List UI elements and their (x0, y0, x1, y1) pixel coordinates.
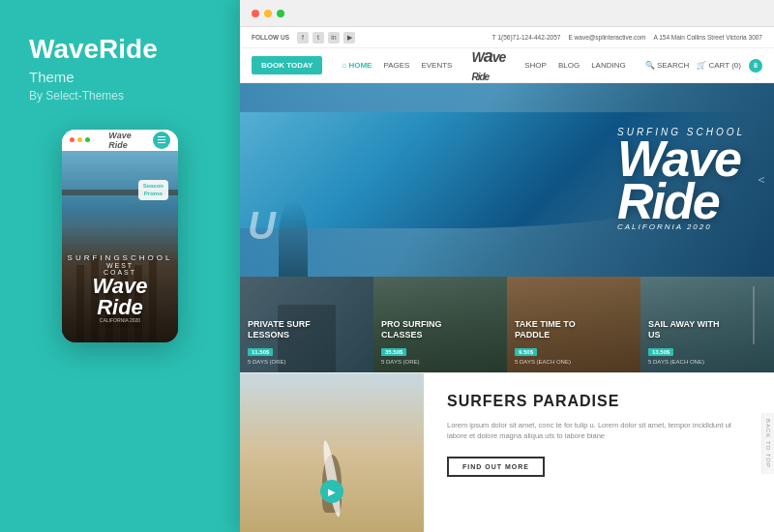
nav-link-blog[interactable]: BLOG (558, 61, 580, 70)
site-hero: U SURFING SCHOOL WaveRide CALIFORNIA 202… (240, 83, 774, 277)
back-to-top[interactable]: BACK TO TOP (761, 413, 774, 474)
brand-title: WaveRide (29, 35, 211, 65)
find-out-more-button[interactable]: FIND OUT MORE (447, 457, 545, 477)
mobile-menu-icon[interactable] (153, 132, 170, 149)
card-title-3: TAKE TIME TOPADDLE (515, 319, 633, 340)
brand-subtitle: Theme (29, 69, 211, 85)
cart-link[interactable]: 🛒 CART (0) (697, 61, 741, 70)
card-content-1: PRIVATE SURFLESSONS 11.50$ 5 DAYS (ORE) (248, 319, 366, 365)
mobile-logo: WaveRide (108, 131, 131, 150)
browser-chrome (240, 0, 774, 27)
bottom-image: ▶ (240, 373, 424, 532)
nav-link-shop[interactable]: SHOP (524, 61, 547, 70)
card-sail[interactable]: SAIL AWAY WITHUS 13.50$ 5 DAYS (EACH ONE… (640, 277, 774, 372)
browser-dot-green (277, 10, 284, 17)
surfer-image: ▶ (240, 373, 424, 532)
nav-link-events[interactable]: EVENTS (421, 61, 452, 70)
card-content-2: PRO SURFINGCLASSES 35.50$ 5 DAYS (ORE) (381, 319, 499, 365)
site-logo: Wave Ride (471, 46, 505, 84)
surfers-paradise-text: Lorem ipsum dolor sit amet, conc te for … (447, 420, 751, 442)
left-panel: WaveRide Theme By Select-Themes WaveRide (0, 0, 240, 532)
social-yt-icon[interactable]: ▶ (343, 32, 355, 44)
site-bottom: ▶ SURFERS PARADISE Lorem ipsum dolor sit… (240, 373, 774, 532)
surfers-paradise-title: SURFERS PARADISE (447, 393, 751, 410)
social-tw-icon[interactable]: t (313, 32, 324, 44)
dot-yellow (77, 137, 82, 142)
card-title-2: PRO SURFINGCLASSES (381, 319, 499, 340)
follow-label: FOLLOW US (252, 34, 289, 41)
hero-wave-text: SURFING SCHOOL WaveRide CALIFORNIA 2020 (617, 129, 745, 231)
dot-green (85, 137, 90, 142)
hero-small-label: SURFING SCHOOL (617, 129, 745, 137)
site-navbar: BOOK TODAY ⌂ HOME PAGES EVENTS Wave Ride… (240, 48, 774, 83)
nav-actions: 🔍 SEARCH 🛒 CART (0) 8 (645, 59, 762, 73)
cart-count-badge: 8 (749, 59, 762, 73)
social-fb-icon[interactable]: f (297, 32, 309, 44)
nav-link-pages[interactable]: PAGES (383, 61, 409, 70)
hero-california-label: CALIFORNIA 2020 (617, 224, 745, 231)
card-badge-3: 9.50$ (515, 348, 537, 356)
nav-links-right: SHOP BLOG LANDING (524, 61, 625, 70)
card-days-4: 5 DAYS (EACH ONE) (648, 359, 766, 365)
browser-dot-yellow (264, 10, 272, 17)
dot-red (70, 137, 74, 142)
hero-v-label: V (757, 177, 766, 183)
mobile-badge: Season Promo (138, 180, 168, 201)
nav-link-home[interactable]: ⌂ HOME (342, 61, 372, 70)
phone-text: T 1(56)71-124-442-2057 (492, 34, 561, 41)
email-text: E wave@splinteractive.com (568, 34, 645, 41)
card-content-4: SAIL AWAY WITHUS 13.50$ 5 DAYS (EACH ONE… (648, 319, 766, 365)
card-badge-1: 11.50$ (248, 348, 273, 356)
card-badge-2: 35.50$ (381, 348, 406, 356)
book-today-button[interactable]: BOOK TODAY (252, 56, 322, 74)
bottom-text-section: SURFERS PARADISE Lorem ipsum dolor sit a… (424, 373, 774, 532)
card-pro-surfing[interactable]: PRO SURFINGCLASSES 35.50$ 5 DAYS (ORE) (373, 277, 507, 372)
mobile-top-bar: WaveRide (62, 130, 178, 151)
card-title-4: SAIL AWAY WITHUS (648, 319, 766, 340)
search-link[interactable]: 🔍 SEARCH (645, 61, 690, 70)
card-surf-lessons[interactable]: PRIVATE SURFLESSONS 11.50$ 5 DAYS (ORE) (240, 277, 373, 372)
address-text: A 154 Main Collins Street Victoria 3007 (653, 34, 762, 41)
mobile-hero-image: Season Promo SURFINGSCHOOL WESTCOAST Wav… (62, 151, 178, 342)
card-title-1: PRIVATE SURFLESSONS (248, 319, 366, 340)
site-contact: T 1(56)71-124-442-2057 E wave@splinterac… (492, 34, 762, 41)
card-days-3: 5 DAYS (EACH ONE) (515, 359, 633, 365)
mobile-wave-title: SURFINGSCHOOL WESTCOAST WaveRide CALIFOR… (68, 254, 173, 323)
card-badge-4: 13.50$ (648, 348, 673, 356)
nav-links: ⌂ HOME PAGES EVENTS (342, 61, 452, 70)
play-button[interactable]: ▶ (320, 480, 343, 503)
brand-by: By Select-Themes (29, 89, 211, 103)
cards-strip: PRIVATE SURFLESSONS 11.50$ 5 DAYS (ORE) … (240, 277, 774, 373)
nav-link-landing[interactable]: LANDING (591, 61, 626, 70)
card-paddle[interactable]: TAKE TIME TOPADDLE 9.50$ 5 DAYS (EACH ON… (507, 277, 640, 372)
follow-us-section: FOLLOW US f t in ▶ (252, 32, 355, 44)
site-topbar: FOLLOW US f t in ▶ T 1(56)71-124-442-205… (240, 27, 774, 48)
card-days-1: 5 DAYS (ORE) (248, 359, 366, 365)
mobile-mockup: WaveRide Season Promo (62, 130, 178, 342)
social-ig-icon[interactable]: in (328, 32, 340, 44)
browser-dot-red (252, 10, 259, 17)
card-content-3: TAKE TIME TOPADDLE 9.50$ 5 DAYS (EACH ON… (515, 319, 633, 365)
card-days-2: 5 DAYS (ORE) (381, 359, 499, 365)
browser-mockup: FOLLOW US f t in ▶ T 1(56)71-124-442-205… (240, 0, 774, 532)
